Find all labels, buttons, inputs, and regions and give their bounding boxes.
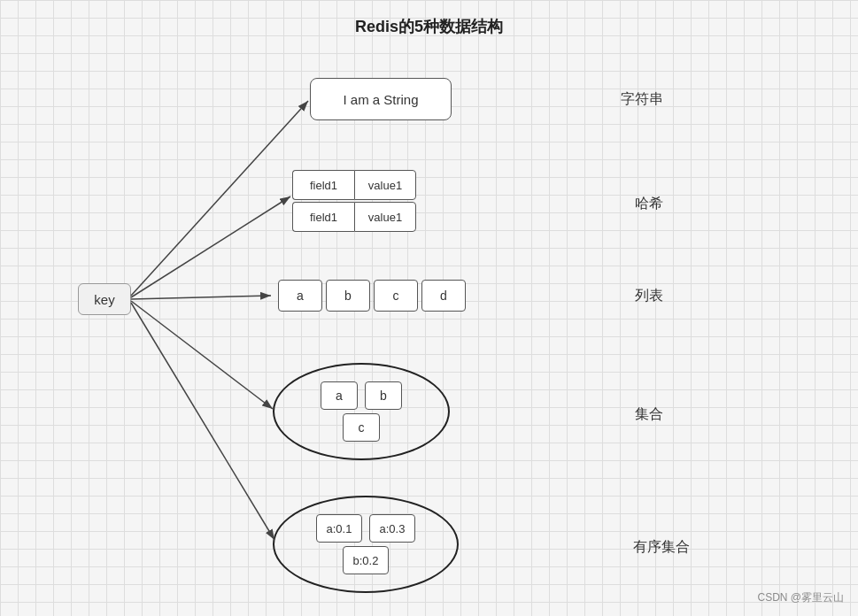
set-row-1: a b [321,381,402,410]
hash-row-1: field1 value1 [292,170,416,200]
zset-cell-a03: a:0.3 [369,514,415,543]
page-title: Redis的5种数据结构 [0,0,858,37]
list-container: a b c d [274,280,466,312]
list-cell-a: a [278,280,322,312]
key-box: key [78,283,131,315]
watermark: CSDN @雾里云山 [757,590,844,605]
hash-field2: field1 [292,202,354,232]
list-type-label: 列表 [635,287,663,305]
zset-type-label: 有序集合 [633,538,690,557]
zset-cell-b02: b:0.2 [343,546,389,574]
set-type-label: 集合 [635,405,663,424]
hash-row-2: field1 value1 [292,202,416,232]
zset-row-2: b:0.2 [343,546,389,574]
set-row-2: c [343,413,380,442]
hash-field1: field1 [292,170,354,200]
set-cell-a: a [321,381,358,410]
set-cell-c: c [343,413,380,442]
zset-ellipse: a:0.1 a:0.3 b:0.2 [273,496,459,593]
hash-value2: value1 [354,202,416,232]
string-box: I am a String [310,78,452,120]
main-content: Redis的5种数据结构 key I am a String 字符串 field… [0,0,858,616]
hash-container: field1 value1 field1 value1 [292,170,416,234]
svg-line-1 [131,101,308,296]
list-cell-d: d [421,280,466,312]
hash-type-label: 哈希 [635,195,663,213]
set-ellipse: a b c [273,363,450,460]
svg-line-4 [131,301,273,409]
list-cell-b: b [326,280,370,312]
svg-line-5 [131,303,274,540]
svg-line-3 [131,296,271,299]
list-cell-c: c [374,280,418,312]
hash-value1: value1 [354,170,416,200]
svg-line-2 [131,196,290,297]
zset-cell-a01: a:0.1 [316,514,362,543]
string-type-label: 字符串 [621,90,663,109]
set-cell-b: b [365,381,402,410]
zset-row-1: a:0.1 a:0.3 [316,514,415,543]
